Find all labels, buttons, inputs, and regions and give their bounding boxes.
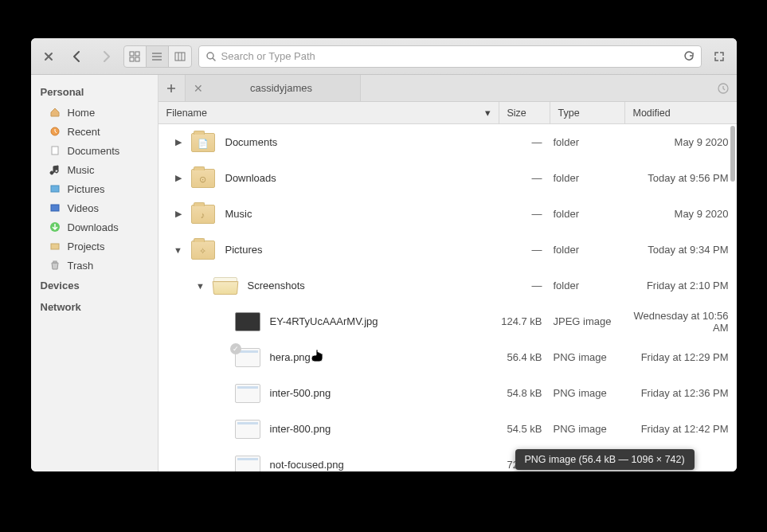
file-name: Screenshots xyxy=(240,280,499,291)
file-name: not-focused.png xyxy=(262,459,499,471)
file-type: folder xyxy=(550,244,625,256)
svg-rect-17 xyxy=(51,244,59,249)
folder-icon xyxy=(211,275,240,297)
sidebar-item-trash[interactable]: Trash xyxy=(31,256,158,275)
svg-rect-18 xyxy=(53,261,57,263)
file-thumbnail xyxy=(233,418,262,440)
sidebar-item-documents[interactable]: Documents xyxy=(31,141,158,160)
svg-line-11 xyxy=(213,58,215,61)
expander-icon[interactable]: ▶ xyxy=(168,137,189,147)
file-size: — xyxy=(499,244,550,256)
expander-icon[interactable]: ▶ xyxy=(168,209,189,219)
file-list[interactable]: ▶📄Documents—folderMay 9 2020▶⊙Downloads—… xyxy=(158,124,737,471)
file-type: PNG image xyxy=(550,423,625,435)
trash-icon xyxy=(49,259,61,272)
documents-icon xyxy=(49,144,61,157)
file-modified: Friday at 12:42 PM xyxy=(625,423,737,435)
file-name: Downloads xyxy=(217,172,499,184)
file-modified: Wednesday at 10:56 AM xyxy=(625,310,737,334)
sidebar-item-recent[interactable]: Recent xyxy=(31,122,158,141)
recent-icon xyxy=(49,125,61,138)
nav-back-button[interactable] xyxy=(66,45,88,68)
file-row[interactable]: not-focused.png72.6 kBP xyxy=(158,447,737,471)
maximize-button[interactable] xyxy=(708,45,730,68)
folder-icon: ✧ xyxy=(189,239,217,261)
scrollbar-thumb[interactable] xyxy=(730,126,735,182)
tab[interactable]: ✕ cassidyjames xyxy=(186,75,361,101)
sidebar-item-label: Pictures xyxy=(68,183,105,195)
file-thumbnail: ✓ xyxy=(233,346,262,369)
sidebar-item-home[interactable]: Home xyxy=(31,103,158,122)
folder-icon: 📄 xyxy=(189,131,217,154)
sidebar-item-label: Projects xyxy=(68,241,105,252)
sidebar-item-pictures[interactable]: Pictures xyxy=(31,179,158,198)
expander-icon[interactable]: ▼ xyxy=(168,245,189,255)
file-name: inter-500.png xyxy=(262,387,499,399)
file-size: 124.7 kB xyxy=(499,315,550,327)
file-row[interactable]: ✓hera.png56.4 kBPNG imageFriday at 12:29… xyxy=(158,339,737,375)
column-header-modified[interactable]: Modified xyxy=(625,102,737,123)
file-type: folder xyxy=(550,136,625,148)
file-name: Music xyxy=(217,208,499,220)
file-row[interactable]: EY-4RTyUcAAArMV.jpg124.7 kBJPEG imageWed… xyxy=(158,303,737,339)
sidebar-item-label: Home xyxy=(68,107,96,119)
svg-rect-13 xyxy=(52,147,58,155)
file-type: JPEG image xyxy=(550,315,625,327)
view-list-button[interactable] xyxy=(147,46,169,67)
file-row[interactable]: ▶⊙Downloads—folderToday at 9:56 PM xyxy=(158,160,737,196)
sidebar-item-label: Recent xyxy=(68,126,100,138)
file-row[interactable]: ▼✧Pictures—folderToday at 9:34 PM xyxy=(158,232,737,268)
column-header-type[interactable]: Type xyxy=(550,102,625,123)
file-row[interactable]: ▼Screenshots—folderFriday at 2:10 PM xyxy=(158,268,737,303)
file-row[interactable]: inter-800.png54.5 kBPNG imageFriday at 1… xyxy=(158,411,737,447)
history-button[interactable] xyxy=(710,75,737,101)
file-size: — xyxy=(499,280,550,291)
file-modified: Today at 9:56 PM xyxy=(625,172,737,184)
file-type: folder xyxy=(550,208,625,220)
sidebar-item-music[interactable]: Music xyxy=(31,160,158,179)
toolbar xyxy=(31,38,737,75)
expander-icon[interactable]: ▼ xyxy=(190,281,211,291)
new-tab-button[interactable] xyxy=(158,75,186,101)
expander-icon[interactable]: ▶ xyxy=(168,173,189,183)
sidebar-item-videos[interactable]: Videos xyxy=(31,198,158,217)
file-row[interactable]: ▶📄Documents—folderMay 9 2020 xyxy=(158,124,737,160)
file-modified: Friday at 12:29 PM xyxy=(625,351,737,363)
file-size: 54.5 kB xyxy=(499,423,550,435)
file-modified: May 9 2020 xyxy=(625,136,737,148)
search-pathbar[interactable] xyxy=(198,45,702,68)
file-name: inter-800.png xyxy=(262,423,499,435)
sidebar-item-label: Downloads xyxy=(68,221,119,233)
file-name: EY-4RTyUcAAArMV.jpg xyxy=(262,315,499,327)
file-size: — xyxy=(499,136,550,148)
file-thumbnail xyxy=(233,311,262,333)
column-headers: Filename ▾ Size Type Modified xyxy=(158,102,737,124)
view-columns-button[interactable] xyxy=(169,46,191,67)
column-header-size[interactable]: Size xyxy=(499,102,550,123)
svg-rect-0 xyxy=(130,52,134,56)
file-modified: May 9 2020 xyxy=(625,208,737,220)
file-type: folder xyxy=(550,172,625,184)
sidebar-item-projects[interactable]: Projects xyxy=(31,237,158,256)
sidebar-item-label: Videos xyxy=(68,202,100,214)
tab-close-icon[interactable]: ✕ xyxy=(194,82,203,95)
close-window-button[interactable] xyxy=(37,45,60,68)
music-icon xyxy=(49,163,61,176)
folder-icon: ⊙ xyxy=(189,167,217,190)
svg-rect-14 xyxy=(51,186,59,192)
reload-icon[interactable] xyxy=(683,51,695,62)
svg-rect-3 xyxy=(135,57,139,61)
view-icons-button[interactable] xyxy=(124,46,147,67)
file-row[interactable]: ▶♪Music—folderMay 9 2020 xyxy=(158,196,737,232)
sidebar-item-downloads[interactable]: Downloads xyxy=(31,217,158,237)
column-header-filename[interactable]: Filename ▾ xyxy=(158,102,499,123)
file-size: 54.8 kB xyxy=(499,387,550,399)
scrollbar[interactable] xyxy=(729,124,737,471)
nav-forward-button[interactable] xyxy=(95,45,117,68)
file-row[interactable]: inter-500.png54.8 kBPNG imageFriday at 1… xyxy=(158,375,737,411)
sidebar-item-label: Documents xyxy=(68,145,120,157)
home-icon xyxy=(49,106,61,119)
sidebar-item-label: Trash xyxy=(68,260,94,272)
file-name: Pictures xyxy=(217,244,499,256)
search-input[interactable] xyxy=(221,50,679,62)
